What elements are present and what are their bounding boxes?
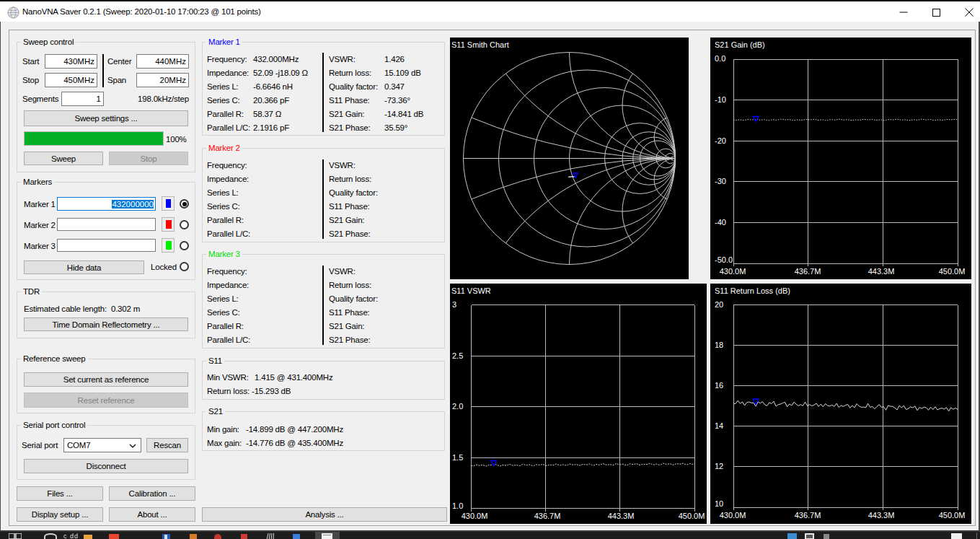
svg-text:1.5: 1.5 [452,453,463,462]
svg-text:-20: -20 [715,136,726,145]
svg-text:450.0M: 450.0M [939,267,966,276]
svg-text:443.3M: 443.3M [608,512,635,520]
svg-text:S11 VSWR: S11 VSWR [451,286,491,295]
svg-text:S11 Smith Chart: S11 Smith Chart [451,40,509,49]
svg-text:436.7M: 436.7M [795,511,821,520]
svg-text:430.0M: 430.0M [720,511,746,520]
svg-text:3: 3 [452,300,456,309]
svg-text:-40: -40 [715,218,726,227]
svg-text:-10: -10 [715,95,726,104]
svg-text:436.7M: 436.7M [795,267,821,276]
svg-text:18: 18 [715,341,723,349]
svg-text:10: 10 [715,499,723,508]
svg-text:-50.0: -50.0 [715,255,733,264]
svg-text:450.0M: 450.0M [939,511,966,520]
svg-text:450.0M: 450.0M [679,512,705,520]
svg-text:14: 14 [715,421,723,430]
svg-text:S11 Return Loss (dB): S11 Return Loss (dB) [715,286,790,295]
svg-text:2.5: 2.5 [452,351,463,360]
svg-text:-30: -30 [715,177,726,185]
svg-text:20: 20 [715,300,723,309]
svg-text:2.0: 2.0 [452,402,463,411]
svg-text:16: 16 [715,381,723,390]
svg-text:0.0: 0.0 [715,54,725,63]
svg-text:430.0M: 430.0M [720,267,746,276]
svg-text:S21 Gain (dB): S21 Gain (dB) [715,40,765,49]
svg-text:430.0M: 430.0M [462,512,488,520]
svg-text:443.3M: 443.3M [868,267,895,276]
svg-text:443.3M: 443.3M [868,511,895,520]
svg-text:12: 12 [715,462,723,470]
svg-text:436.7M: 436.7M [534,512,561,520]
svg-text:1.0: 1.0 [452,501,463,510]
